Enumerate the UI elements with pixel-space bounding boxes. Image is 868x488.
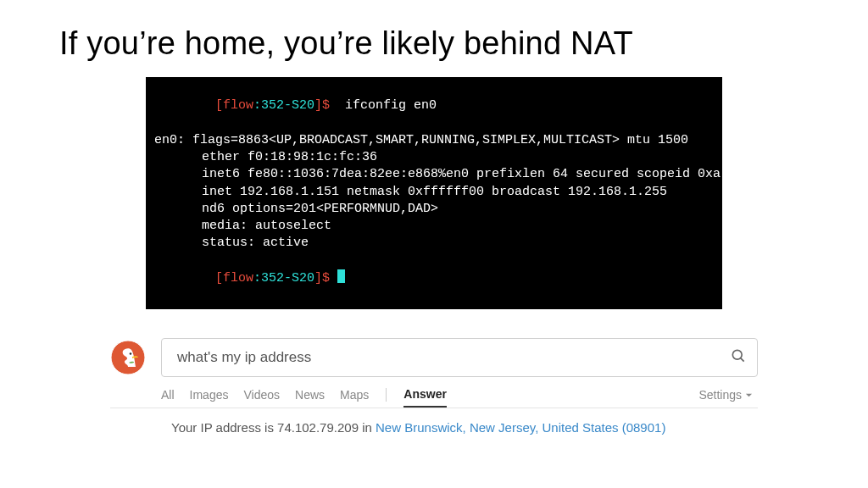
- search-bar[interactable]: [161, 338, 758, 377]
- terminal-command: ifconfig en0: [337, 98, 437, 113]
- svg-line-3: [741, 358, 744, 362]
- terminal-cursor: [337, 269, 345, 283]
- tab-divider: [386, 388, 387, 402]
- settings-dropdown[interactable]: Settings: [698, 388, 753, 407]
- ip-answer: Your IP address is 74.102.79.209 in New …: [171, 420, 758, 435]
- tab-maps[interactable]: Maps: [340, 388, 369, 407]
- terminal-line: status: active: [154, 235, 714, 252]
- answer-location-link[interactable]: New Brunswick, New Jersey, United States…: [376, 420, 665, 435]
- duckduckgo-logo-icon[interactable]: [110, 340, 146, 375]
- tab-answer[interactable]: Answer: [403, 387, 447, 408]
- terminal-line: inet6 fe80::1036:7dea:82ee:e868%en0 pref…: [154, 166, 714, 183]
- prompt-sep: :: [253, 98, 261, 113]
- svg-point-2: [732, 351, 742, 360]
- terminal-line: en0: flags=8863<UP,BROADCAST,SMART,RUNNI…: [154, 132, 714, 149]
- duckduckgo-panel: All Images Videos News Maps Answer Setti…: [110, 338, 758, 435]
- slide-title: If you’re home, you’re likely behind NAT: [59, 25, 809, 62]
- prompt-cwd: 352-S20: [261, 271, 314, 286]
- terminal-line: ether f0:18:98:1c:fc:36: [154, 149, 714, 166]
- prompt-bracket-open: [: [215, 271, 223, 286]
- prompt-bracket-close: ]$: [314, 271, 337, 286]
- tab-images[interactable]: Images: [190, 388, 229, 407]
- prompt-cwd: 352-S20: [261, 98, 314, 113]
- tab-all[interactable]: All: [161, 388, 175, 407]
- prompt-bracket-close: ]$: [314, 98, 337, 113]
- answer-ip: 74.102.79.209: [277, 420, 359, 435]
- search-icon[interactable]: [730, 347, 747, 368]
- answer-prefix: Your IP address is: [171, 420, 277, 435]
- divider: [110, 408, 758, 408]
- prompt-sep: :: [253, 271, 261, 286]
- search-tabs: All Images Videos News Maps Answer: [161, 387, 447, 408]
- svg-point-1: [130, 352, 132, 355]
- tab-news[interactable]: News: [295, 388, 325, 407]
- terminal-line: media: autoselect: [154, 218, 714, 235]
- prompt-host: flow: [223, 271, 253, 286]
- tab-videos[interactable]: Videos: [243, 388, 280, 407]
- chevron-down-icon: [745, 391, 753, 399]
- terminal-line: inet 192.168.1.151 netmask 0xffffff00 br…: [154, 184, 714, 201]
- settings-label: Settings: [698, 388, 742, 402]
- terminal-output: [flow:352-S20]$ ifconfig en0 en0: flags=…: [146, 77, 722, 309]
- answer-mid: in: [359, 420, 376, 435]
- search-input[interactable]: [175, 348, 730, 367]
- prompt-host: flow: [223, 98, 253, 113]
- prompt-bracket-open: [: [215, 98, 223, 113]
- terminal-line: nd6 options=201<PERFORMNUD,DAD>: [154, 201, 714, 218]
